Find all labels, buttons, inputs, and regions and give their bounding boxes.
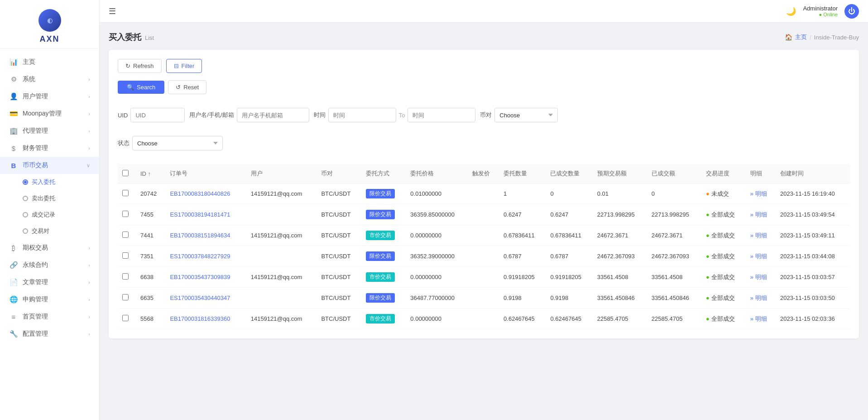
sidebar-item-trade-records[interactable]: 成交记录 bbox=[0, 207, 99, 223]
row-order-no: ES1700037848227929 bbox=[165, 246, 246, 267]
row-method: 限价交易 bbox=[361, 288, 406, 309]
row-trigger bbox=[468, 183, 499, 204]
sidebar-item-buy-entrust[interactable]: 买入委托 bbox=[0, 174, 99, 190]
ieo-icon: 🌐 bbox=[9, 295, 18, 304]
sidebar-item-moonpay[interactable]: 💳 Moonpay管理 › bbox=[0, 105, 99, 122]
row-method: 市价交易 bbox=[361, 309, 406, 329]
sidebar-item-ieo[interactable]: 🌐 申购管理 › bbox=[0, 291, 99, 308]
theme-toggle-button[interactable]: 🌙 bbox=[786, 6, 796, 16]
admin-status: Online bbox=[803, 12, 838, 17]
detail-link[interactable]: » 明细 bbox=[750, 232, 771, 240]
status-select[interactable]: Choose 未成交 部分成交 全部成交 已撤销 bbox=[132, 136, 223, 150]
status-dot: ● bbox=[706, 232, 710, 239]
row-amount: 0.9198 bbox=[499, 288, 546, 309]
detail-link[interactable]: » 明细 bbox=[750, 294, 771, 302]
time-end-input[interactable] bbox=[408, 108, 475, 122]
user-input[interactable] bbox=[237, 108, 309, 122]
agent-icon: 🏢 bbox=[9, 127, 18, 135]
row-pair: BTC/USDT bbox=[317, 183, 361, 204]
table-row: 7441 EB1700038151894634 14159121@qq.com … bbox=[118, 225, 850, 246]
detail-link[interactable]: » 明细 bbox=[750, 252, 771, 261]
user-icon: 👤 bbox=[9, 92, 18, 101]
sidebar-item-config[interactable]: 🔧 配置管理 › bbox=[0, 325, 99, 343]
main-wrapper: ☰ 🌙 Administrator Online ⏻ 买入委托 List 🏠 主… bbox=[100, 0, 868, 420]
row-user: 14159121@qq.com bbox=[246, 309, 317, 329]
th-trigger: 触发价 bbox=[468, 164, 499, 183]
row-id: 6635 bbox=[136, 288, 165, 309]
breadcrumb-home-link[interactable]: 主页 bbox=[795, 33, 807, 41]
sidebar-item-finance[interactable]: $ 财务管理 › bbox=[0, 140, 99, 157]
row-filled-total: 0 bbox=[647, 183, 701, 204]
uid-input[interactable] bbox=[130, 108, 185, 122]
row-checkbox-cell bbox=[118, 267, 136, 288]
row-checkbox[interactable] bbox=[122, 232, 129, 238]
sidebar-item-agent[interactable]: 🏢 代理管理 › bbox=[0, 122, 99, 140]
order-link[interactable]: EB1700031816339360 bbox=[170, 315, 230, 322]
th-method: 委托方式 bbox=[361, 164, 406, 183]
pair-select[interactable]: Choose bbox=[494, 108, 558, 122]
sidebar-item-home[interactable]: 📊 主页 bbox=[0, 53, 99, 71]
order-link[interactable]: ES1700038194181471 bbox=[170, 211, 230, 218]
sidebar-item-articles[interactable]: 📄 文章管理 › bbox=[0, 274, 99, 291]
sidebar-item-trade-pair[interactable]: 交易对 bbox=[0, 223, 99, 239]
sidebar-item-coin-trade[interactable]: B 币币交易 ∨ bbox=[0, 157, 99, 174]
th-created: 创建时间 bbox=[776, 164, 850, 183]
select-all-checkbox[interactable] bbox=[122, 170, 129, 176]
order-link[interactable]: ES1700035430440347 bbox=[170, 294, 230, 301]
method-badge: 市价交易 bbox=[366, 314, 395, 323]
chevron-right-icon: › bbox=[88, 297, 90, 302]
row-expected: 24672.367093 bbox=[593, 246, 647, 267]
topbar-left: ☰ bbox=[109, 6, 116, 16]
order-link[interactable]: EB1700038151894634 bbox=[170, 232, 230, 239]
sidebar-item-futures[interactable]: ₿ 期权交易 › bbox=[0, 239, 99, 256]
row-detail: » 明细 bbox=[746, 246, 776, 267]
order-link[interactable]: ES1700037848227929 bbox=[170, 253, 230, 260]
filter-button[interactable]: ⊟ Filter bbox=[166, 59, 202, 73]
row-checkbox[interactable] bbox=[122, 252, 129, 259]
th-price: 委托价格 bbox=[406, 164, 468, 183]
row-created: 2023-11-15 03:03:57 bbox=[776, 267, 850, 288]
row-filled-amount: 0.6247 bbox=[546, 204, 592, 225]
search-button[interactable]: 🔍 Search bbox=[118, 81, 164, 94]
detail-link[interactable]: » 明细 bbox=[750, 315, 771, 323]
th-progress: 交易进度 bbox=[701, 164, 746, 183]
power-button[interactable]: ⏻ bbox=[844, 4, 859, 19]
row-checkbox[interactable] bbox=[122, 273, 129, 280]
sidebar-item-system[interactable]: ⚙ 系统 › bbox=[0, 71, 99, 88]
menu-toggle-button[interactable]: ☰ bbox=[109, 6, 116, 16]
row-checkbox[interactable] bbox=[122, 211, 129, 217]
table-row: 5568 EB1700031816339360 14159121@qq.com … bbox=[118, 309, 850, 329]
sidebar-item-label: 系统 bbox=[23, 75, 35, 83]
row-checkbox[interactable] bbox=[122, 190, 129, 196]
row-filled-amount: 0 bbox=[546, 183, 592, 204]
progress-status: ● 全部成交 bbox=[706, 294, 735, 302]
sidebar-item-homepage[interactable]: ≡ 首页管理 › bbox=[0, 308, 99, 325]
table-header-row: ID ↑ 订单号 用户 币对 委托方式 委托价格 触发价 委托数量 已成交数量 … bbox=[118, 164, 850, 183]
row-user bbox=[246, 246, 317, 267]
refresh-button[interactable]: ↻ Refresh bbox=[118, 59, 162, 73]
row-checkbox-cell bbox=[118, 309, 136, 329]
row-checkbox[interactable] bbox=[122, 294, 129, 300]
time-start-input[interactable] bbox=[328, 108, 396, 122]
inactive-dot bbox=[23, 212, 28, 217]
finance-icon: $ bbox=[9, 145, 18, 152]
row-detail: » 明细 bbox=[746, 267, 776, 288]
logo-icon: ◐ bbox=[38, 9, 61, 32]
th-order-no: 订单号 bbox=[165, 164, 246, 183]
row-filled-amount: 0.6787 bbox=[546, 246, 592, 267]
order-link[interactable]: EB1700083180440826 bbox=[170, 190, 230, 197]
sidebar: ◐ AXN 📊 主页 ⚙ 系统 › 👤 用户管理 › 💳 Moonpay管理 ›… bbox=[0, 0, 100, 420]
row-method: 限价交易 bbox=[361, 204, 406, 225]
sidebar-item-perpetual[interactable]: 🔗 永续合约 › bbox=[0, 256, 99, 274]
pair-label: 币对 bbox=[480, 111, 492, 119]
detail-link[interactable]: » 明细 bbox=[750, 190, 771, 198]
reset-button[interactable]: ↺ Reset bbox=[168, 80, 206, 94]
detail-link[interactable]: » 明细 bbox=[750, 273, 771, 281]
detail-link[interactable]: » 明细 bbox=[750, 211, 771, 219]
sidebar-item-sell-entrust[interactable]: 卖出委托 bbox=[0, 190, 99, 207]
row-id: 5568 bbox=[136, 309, 165, 329]
sidebar-item-user-mgmt[interactable]: 👤 用户管理 › bbox=[0, 88, 99, 105]
row-checkbox[interactable] bbox=[122, 315, 129, 321]
breadcrumb-current: Inside-Trade-Buy bbox=[814, 34, 859, 41]
order-link[interactable]: EB1700035437309839 bbox=[170, 274, 230, 280]
